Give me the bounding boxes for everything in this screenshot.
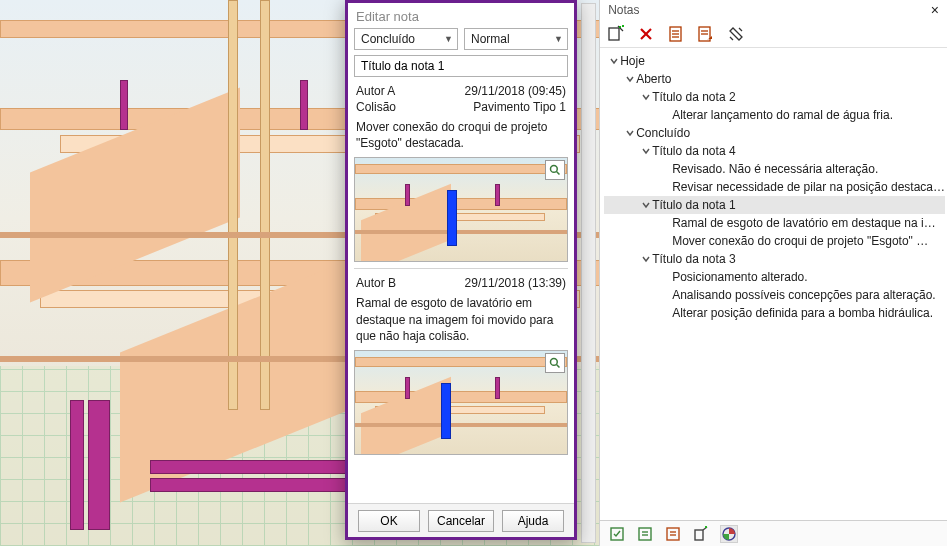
footer-icon[interactable] [692,525,710,543]
priority-select-value: Normal [471,32,510,46]
divider [354,268,568,269]
svg-rect-18 [667,528,679,540]
footer-icon[interactable] [664,525,682,543]
settings-icon[interactable] [726,24,746,44]
chevron-down-icon[interactable] [640,91,652,103]
tree-note-2[interactable]: Título da nota 2 [604,88,945,106]
status-select[interactable]: Concluído ▼ [354,28,458,50]
pipe-magenta [88,400,110,530]
svg-line-1 [557,172,560,175]
tree-label: Revisar necessidade de pilar na posição … [672,180,945,194]
tree-label: Título da nota 4 [652,144,735,158]
zoom-icon[interactable] [545,160,565,180]
tree-label: Título da nota 2 [652,90,735,104]
svg-rect-4 [609,28,619,40]
note-title-input[interactable] [354,55,568,77]
tree-entry[interactable]: Alterar posição definida para a bomba hi… [604,304,945,322]
chevron-down-icon[interactable] [624,127,636,139]
tree-entry[interactable]: Posicionamento alterado. [604,268,945,286]
entry-timestamp: 29/11/2018 (09:45) [465,84,566,98]
tree-entry[interactable]: Revisado. Não é necessária alteração. [604,160,945,178]
zoom-icon[interactable] [545,353,565,373]
entry-author: Autor B [356,276,396,290]
chevron-down-icon[interactable] [608,55,620,67]
entry-timestamp: 29/11/2018 (13:39) [465,276,566,290]
svg-rect-21 [695,530,703,540]
notes-tree[interactable]: Hoje Aberto Título da nota 2 Alterar lan… [600,48,947,520]
ok-button[interactable]: OK [358,510,420,532]
dialog-body: Concluído ▼ Normal ▼ Autor A 29/11/2018 … [348,28,574,503]
pipe-magenta [70,400,84,530]
app-root: Editar nota Concluído ▼ Normal ▼ Autor A… [0,0,947,546]
chevron-down-icon[interactable] [640,145,652,157]
chevron-down-icon[interactable] [624,73,636,85]
footer-icon[interactable] [608,525,626,543]
tree-label: Analisando possíveis concepções para alt… [672,288,936,302]
chevron-down-icon[interactable] [640,199,652,211]
cancel-button[interactable]: Cancelar [428,510,494,532]
chevron-down-icon: ▼ [444,34,453,44]
tree-label: Posicionamento alterado. [672,270,807,284]
tree-entry[interactable]: Mover conexão do croqui de projeto "Esgo… [604,232,945,250]
tree-label: Ramal de esgoto de lavatório em destaque… [672,216,936,230]
tree-entry[interactable]: Ramal de esgoto de lavatório em destaque… [604,214,945,232]
tree-label: Hoje [620,54,645,68]
entry-snapshot[interactable] [354,157,568,262]
tree-label: Revisado. Não é necessária alteração. [672,162,878,176]
viewport-scrollbar[interactable] [581,3,596,543]
tree-label: Aberto [636,72,671,86]
tree-label: Concluído [636,126,690,140]
tree-entry[interactable]: Revisar necessidade de pilar na posição … [604,178,945,196]
pipe-magenta [300,80,308,130]
svg-line-3 [557,364,560,367]
help-button[interactable]: Ajuda [502,510,564,532]
dialog-title: Editar nota [348,3,574,28]
svg-point-0 [551,166,558,173]
tree-label: Título da nota 1 [652,198,735,212]
pipe-magenta [120,80,128,130]
panel-footer [600,520,947,546]
tree-label: Alterar lançamento do ramal de água fria… [672,108,893,122]
column [260,0,270,410]
svg-point-2 [551,358,558,365]
note-page-icon[interactable] [666,24,686,44]
tree-note-3[interactable]: Título da nota 3 [604,250,945,268]
tree-group-aberto[interactable]: Aberto [604,70,945,88]
entry-text: Ramal de esgoto de lavatório em destaque… [354,291,568,350]
tree-note-4[interactable]: Título da nota 4 [604,142,945,160]
column [228,0,238,410]
svg-rect-15 [639,528,651,540]
footer-icon[interactable] [636,525,654,543]
priority-select[interactable]: Normal ▼ [464,28,568,50]
tree-label: Título da nota 3 [652,252,735,266]
add-note-icon[interactable] [606,24,626,44]
notes-panel: Notas × Hoje [599,0,947,546]
tree-group-concluido[interactable]: Concluído [604,124,945,142]
entry-location: Pavimento Tipo 1 [473,100,566,114]
footer-icon[interactable] [720,525,738,543]
status-select-value: Concluído [361,32,415,46]
tree-label: Mover conexão do croqui de projeto "Esgo… [672,234,928,248]
tree-entry[interactable]: Analisando possíveis concepções para alt… [604,286,945,304]
tree-label: Alterar posição definida para a bomba hi… [672,306,933,320]
panel-toolbar [600,20,947,48]
tree-note-1[interactable]: Título da nota 1 [604,196,945,214]
entry-snapshot[interactable] [354,350,568,455]
close-icon[interactable]: × [927,2,943,18]
chevron-down-icon: ▼ [554,34,563,44]
entry-author: Autor A [356,84,395,98]
entry-text: Mover conexão do croqui de projeto "Esgo… [354,115,568,157]
edit-note-dialog: Editar nota Concluído ▼ Normal ▼ Autor A… [345,0,577,540]
panel-title: Notas [608,3,639,17]
tree-entry[interactable]: Alterar lançamento do ramal de água fria… [604,106,945,124]
delete-note-icon[interactable] [636,24,656,44]
note-reply-icon[interactable] [696,24,716,44]
dialog-footer: OK Cancelar Ajuda [348,503,574,537]
tree-group-hoje[interactable]: Hoje [604,52,945,70]
entry-tag: Colisão [356,100,396,114]
chevron-down-icon[interactable] [640,253,652,265]
